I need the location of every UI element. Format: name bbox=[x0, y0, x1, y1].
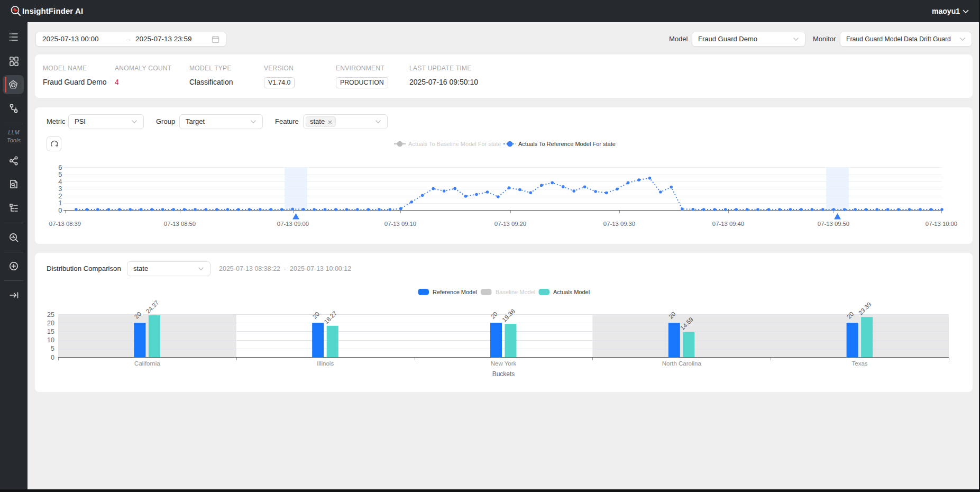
svg-text:Texas: Texas bbox=[852, 360, 868, 367]
svg-text:New York: New York bbox=[491, 360, 517, 367]
svg-text:California: California bbox=[134, 360, 160, 367]
svg-text:19.38: 19.38 bbox=[501, 308, 516, 323]
svg-text:Illinois: Illinois bbox=[317, 360, 334, 367]
svg-text:10: 10 bbox=[47, 336, 54, 344]
svg-text:20: 20 bbox=[489, 311, 499, 320]
svg-text:5: 5 bbox=[51, 345, 54, 352]
svg-text:20: 20 bbox=[312, 311, 321, 320]
svg-text:North Carolina: North Carolina bbox=[662, 360, 702, 367]
svg-text:Buckets: Buckets bbox=[492, 370, 515, 378]
svg-text:0: 0 bbox=[51, 354, 54, 361]
svg-text:20: 20 bbox=[47, 320, 54, 327]
svg-text:24.37: 24.37 bbox=[145, 299, 160, 315]
svg-text:15: 15 bbox=[47, 328, 54, 335]
svg-text:25: 25 bbox=[47, 311, 54, 318]
svg-text:23.39: 23.39 bbox=[857, 301, 873, 316]
